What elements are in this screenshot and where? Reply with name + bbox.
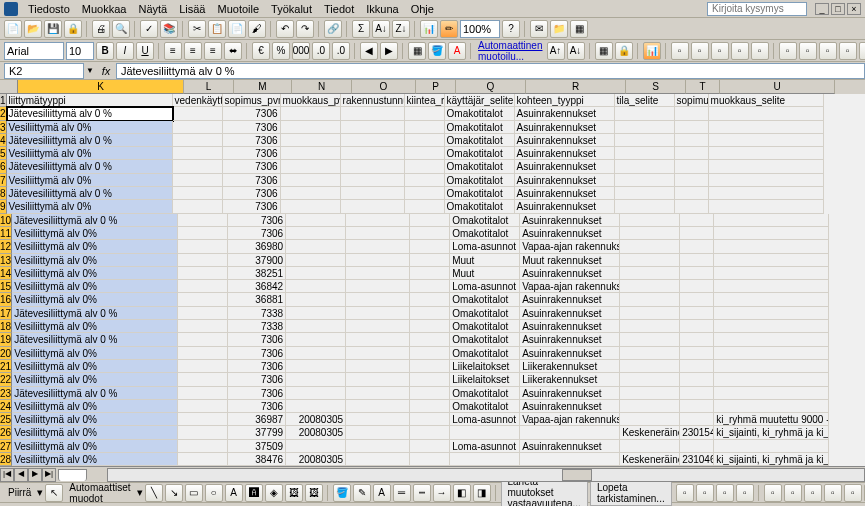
font-dec-icon[interactable]: A↓	[567, 42, 585, 60]
cell[interactable]: 38251	[228, 267, 286, 280]
cell[interactable]	[286, 280, 346, 293]
cell[interactable]	[680, 307, 714, 320]
cell[interactable]	[620, 373, 680, 386]
cell[interactable]: liittymätyyppi	[7, 94, 173, 107]
cell[interactable]: Omakotitalot	[450, 347, 520, 360]
cell[interactable]	[620, 333, 680, 346]
cell[interactable]	[520, 453, 620, 466]
comma-icon[interactable]: 000	[292, 42, 310, 60]
cell[interactable]: Vapaa-ajan rakennukset	[520, 280, 620, 293]
mail-icon[interactable]: ✉	[530, 20, 548, 38]
cell[interactable]	[286, 360, 346, 373]
cell[interactable]: Asuinrakennukset	[515, 187, 615, 200]
cell[interactable]: 7306	[223, 160, 281, 173]
cell[interactable]	[714, 400, 829, 413]
cell[interactable]	[410, 240, 450, 253]
cell[interactable]	[410, 400, 450, 413]
row-header-12[interactable]: 12	[0, 240, 12, 253]
cell[interactable]	[680, 320, 714, 333]
arrowstyle-icon[interactable]: →	[433, 484, 451, 502]
cell[interactable]: Asuinrakennukset	[520, 387, 620, 400]
cell[interactable]: 20080305	[286, 413, 346, 426]
fillcolor2-icon[interactable]: 🪣	[333, 484, 351, 502]
cell[interactable]	[675, 107, 709, 120]
cell[interactable]: Omakotitalot	[450, 214, 520, 227]
cell[interactable]	[178, 360, 228, 373]
cell[interactable]	[346, 227, 410, 240]
cell[interactable]	[178, 307, 228, 320]
cell[interactable]: Asuinrakennukset	[515, 147, 615, 160]
cell[interactable]: Omakotitalot	[445, 147, 515, 160]
cell[interactable]	[410, 413, 450, 426]
cell[interactable]: Jätevesiliittymä alv 0 %	[7, 134, 173, 147]
cell[interactable]: Vesiliittymä alv 0%	[12, 440, 178, 453]
misc10-icon[interactable]: ▫	[859, 42, 866, 60]
cell[interactable]	[675, 160, 709, 173]
row-header-19[interactable]: 19	[0, 333, 12, 346]
cell[interactable]: Vesiliittymä alv 0%	[12, 280, 178, 293]
misc8-icon[interactable]: ▫	[819, 42, 837, 60]
cell[interactable]	[410, 387, 450, 400]
cell[interactable]: Vapaa-ajan rakennukset	[520, 413, 620, 426]
align-right-icon[interactable]: ≡	[204, 42, 222, 60]
cell[interactable]	[405, 200, 445, 213]
cell[interactable]	[346, 373, 410, 386]
cell[interactable]	[410, 347, 450, 360]
formula-input[interactable]	[116, 63, 865, 79]
cell[interactable]	[281, 147, 341, 160]
fontcolor2-icon[interactable]: A	[373, 484, 391, 502]
cell[interactable]: Loma-asunnot	[450, 440, 520, 453]
cell[interactable]	[709, 121, 824, 134]
font-inc-icon[interactable]: A↑	[547, 42, 565, 60]
cell[interactable]	[405, 147, 445, 160]
r9-icon[interactable]: ▫	[844, 484, 862, 502]
cell[interactable]: kiintea_rt	[405, 94, 445, 107]
review-end-button[interactable]: Lopeta tarkistaminen...	[590, 480, 672, 506]
cell[interactable]	[620, 267, 680, 280]
cell[interactable]: Vesiliittymä alv 0%	[7, 147, 173, 160]
cell[interactable]	[620, 440, 680, 453]
cell[interactable]	[675, 174, 709, 187]
cell[interactable]: Jätevesiliittymä alv 0 %	[12, 387, 178, 400]
cell[interactable]	[615, 187, 675, 200]
cell[interactable]	[341, 121, 405, 134]
cell[interactable]	[178, 426, 228, 439]
cell[interactable]: Loma-asunnot	[450, 413, 520, 426]
cell[interactable]: Asuinrakennukset	[515, 134, 615, 147]
cell[interactable]: Vesiliittymä alv 0%	[12, 413, 178, 426]
borders-icon[interactable]: ▦	[408, 42, 426, 60]
cell[interactable]	[286, 373, 346, 386]
cell[interactable]: Asuinrakennukset	[520, 400, 620, 413]
cell[interactable]	[286, 320, 346, 333]
r3-icon[interactable]: ▫	[716, 484, 734, 502]
cell[interactable]: 36987	[228, 413, 286, 426]
cell[interactable]	[615, 107, 675, 120]
cell[interactable]	[286, 400, 346, 413]
cell[interactable]: Vesiliittymä alv 0%	[12, 400, 178, 413]
cell[interactable]	[346, 267, 410, 280]
cell[interactable]	[450, 453, 520, 466]
menu-tools[interactable]: Työkalut	[265, 1, 318, 17]
cell[interactable]	[620, 254, 680, 267]
cell[interactable]	[173, 174, 223, 187]
cell[interactable]: Omakotitalot	[450, 293, 520, 306]
cell[interactable]: 36842	[228, 280, 286, 293]
cell[interactable]: muokkaus_pvm	[281, 94, 341, 107]
cell[interactable]: 230154	[680, 426, 714, 439]
hyperlink-icon[interactable]: 🔗	[324, 20, 342, 38]
name-box-input[interactable]	[4, 63, 84, 79]
cell[interactable]	[410, 426, 450, 439]
cell[interactable]	[675, 134, 709, 147]
cell[interactable]	[615, 174, 675, 187]
clipart-icon[interactable]: 🖼	[285, 484, 303, 502]
cell[interactable]: Muut	[450, 254, 520, 267]
col-header-Q[interactable]: Q	[456, 80, 526, 94]
cell[interactable]: 7306	[223, 187, 281, 200]
cell[interactable]: Asuinrakennukset	[515, 160, 615, 173]
underline-icon[interactable]: U	[136, 42, 154, 60]
cell[interactable]	[341, 134, 405, 147]
row-header-20[interactable]: 20	[0, 347, 12, 360]
cell[interactable]	[709, 134, 824, 147]
cell[interactable]	[675, 187, 709, 200]
chart-icon[interactable]: 📊	[420, 20, 438, 38]
